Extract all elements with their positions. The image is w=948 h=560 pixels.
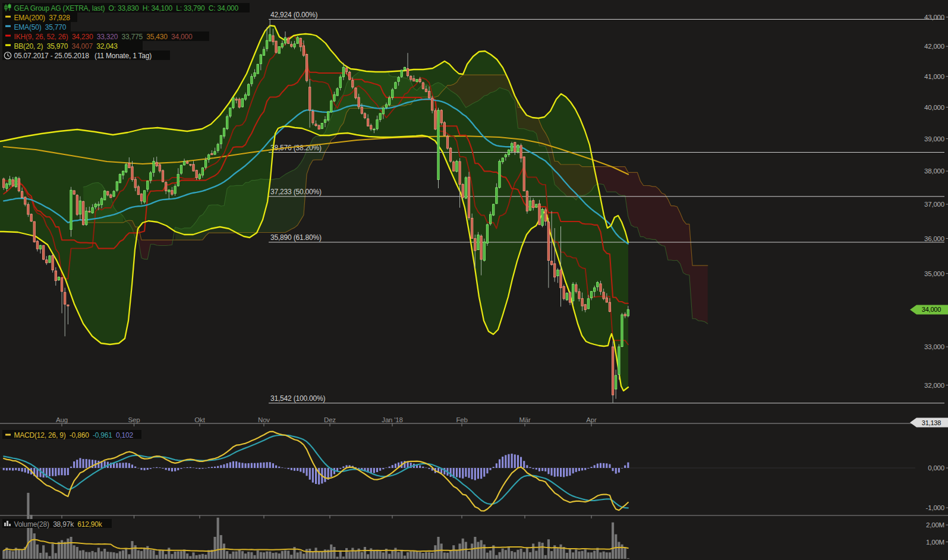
- svg-text:37,000: 37,000: [924, 201, 944, 208]
- svg-text:Apr: Apr: [586, 416, 597, 423]
- svg-text:MACD(12, 26, 9) -0,860 -0,96: MACD(12, 26, 9) -0,860 -0,961 0,102: [14, 431, 134, 439]
- svg-text:41,000: 41,000: [924, 73, 944, 80]
- svg-text:33,000: 33,000: [924, 343, 944, 350]
- svg-text:35,890 (61.80%): 35,890 (61.80%): [270, 233, 322, 242]
- svg-text:37,233 (50.00%): 37,233 (50.00%): [270, 188, 322, 196]
- svg-text:31,138: 31,138: [922, 419, 941, 426]
- svg-text:43,000: 43,000: [924, 14, 944, 21]
- svg-text:Volume(28) 38,97k 612,90k: Volume(28) 38,97k 612,90k: [14, 520, 103, 529]
- svg-text:IKH(9, 26, 52, 26) 34,230 33: IKH(9, 26, 52, 26) 34,230 33,320 33,775 …: [14, 33, 193, 41]
- svg-text:39,000: 39,000: [924, 135, 944, 143]
- svg-text:Jan '18: Jan '18: [382, 416, 402, 423]
- svg-text:1,00M: 1,00M: [926, 539, 944, 546]
- svg-text:05.07.2017 - 25.05.2018 (11: 05.07.2017 - 25.05.2018 (11 Monate, 1 Ta…: [14, 52, 152, 60]
- svg-text:38,000: 38,000: [924, 167, 944, 175]
- svg-text:32,000: 32,000: [924, 382, 944, 389]
- svg-text:42,000: 42,000: [924, 43, 944, 50]
- svg-text:Aug: Aug: [56, 416, 68, 423]
- svg-text:36,000: 36,000: [924, 235, 944, 242]
- svg-text:BB(20, 2) 35,970 34,007 32,: BB(20, 2) 35,970 34,007 32,043: [14, 42, 118, 50]
- svg-text:Sep: Sep: [128, 416, 140, 423]
- svg-text:Nov: Nov: [258, 416, 270, 423]
- svg-text:35,000: 35,000: [924, 270, 944, 277]
- svg-text:Dez: Dez: [324, 416, 336, 423]
- svg-text:-1,000: -1,000: [926, 504, 944, 511]
- svg-text:34,000: 34,000: [922, 306, 941, 313]
- svg-text:EMA(50) 35,770: EMA(50) 35,770: [14, 23, 67, 31]
- svg-text:EMA(200) 37,928: EMA(200) 37,928: [14, 14, 71, 22]
- svg-text:0,000: 0,000: [928, 464, 944, 472]
- svg-text:GEA Group AG (XETRA, last) O:: GEA Group AG (XETRA, last) O: 33,830 H: …: [14, 4, 239, 12]
- svg-text:2,00M: 2,00M: [926, 521, 944, 529]
- svg-text:42,924 (0.00%): 42,924 (0.00%): [270, 11, 317, 19]
- svg-text:Okt: Okt: [194, 416, 205, 423]
- svg-text:40,000: 40,000: [924, 104, 944, 111]
- svg-text:31,542 (100.00%): 31,542 (100.00%): [270, 394, 325, 403]
- svg-text:Feb: Feb: [456, 416, 467, 423]
- svg-text:Mär: Mär: [519, 416, 531, 423]
